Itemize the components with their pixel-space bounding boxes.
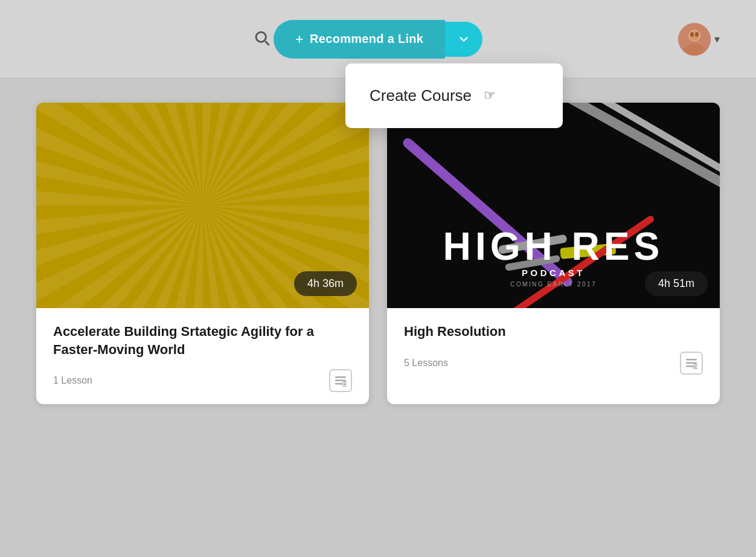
recommend-link-label: Recommend a Link — [310, 32, 423, 46]
user-avatar-button[interactable]: ▾ — [678, 23, 720, 56]
duration-text-accelerate: 4h 36m — [307, 277, 344, 289]
duration-badge-highres: 4h 51m — [645, 271, 708, 296]
svg-point-6 — [690, 32, 694, 37]
add-list-icon — [335, 375, 347, 387]
svg-point-7 — [695, 32, 699, 37]
recommend-link-button[interactable]: + Recommend a Link — [274, 20, 446, 59]
recommend-btn-group: + Recommend a Link Create Course ☞ — [274, 20, 483, 59]
add-to-list-button-accelerate[interactable] — [329, 369, 352, 392]
duration-text-highres: 4h 51m — [658, 277, 694, 289]
create-course-item[interactable]: Create Course ☞ — [345, 69, 563, 122]
svg-rect-47 — [686, 362, 697, 364]
add-list-icon-2 — [685, 357, 697, 369]
search-button[interactable] — [254, 30, 271, 49]
course-grid: A L B 8 ACCELERATE 4h 36m Accelerate Bui… — [0, 79, 756, 428]
card-title-highres: High Resolution — [404, 323, 703, 341]
svg-text:PODCAST: PODCAST — [522, 268, 585, 278]
svg-rect-29 — [335, 376, 346, 378]
course-card-accelerate: A L B 8 ACCELERATE 4h 36m Accelerate Bui… — [36, 103, 369, 404]
svg-rect-48 — [686, 365, 693, 367]
card-info-accelerate: Accelerate Building Srtategic Agility fo… — [36, 308, 369, 404]
svg-rect-46 — [686, 359, 697, 361]
avatar — [678, 23, 711, 56]
svg-line-1 — [265, 41, 269, 45]
recommend-dropdown-toggle[interactable] — [445, 22, 482, 57]
svg-point-0 — [256, 32, 266, 42]
chevron-down-icon — [457, 33, 470, 46]
create-course-label: Create Course — [370, 86, 472, 105]
svg-text:COMING EARLY 2017: COMING EARLY 2017 — [510, 281, 597, 288]
search-icon — [254, 30, 271, 47]
course-thumbnail-accelerate: A L B 8 ACCELERATE 4h 36m — [36, 103, 369, 308]
plus-icon: + — [295, 31, 304, 48]
card-title-accelerate: Accelerate Building Srtategic Agility fo… — [53, 323, 352, 358]
card-footer-highres: 5 Lessons — [404, 352, 703, 375]
avatar-chevron-icon: ▾ — [714, 33, 720, 46]
course-thumbnail-highres: HIGH RES PODCAST COMING EARLY 2017 4h 51… — [387, 103, 720, 308]
svg-rect-31 — [335, 383, 342, 385]
course-card-highres: HIGH RES PODCAST COMING EARLY 2017 4h 51… — [387, 103, 720, 404]
dropdown-menu: Create Course ☞ — [345, 63, 563, 128]
avatar-image — [678, 23, 711, 56]
duration-badge-accelerate: 4h 36m — [294, 271, 357, 296]
header: + Recommend a Link Create Course ☞ — [0, 0, 756, 79]
card-info-highres: High Resolution 5 Lessons — [387, 308, 720, 387]
svg-rect-30 — [335, 380, 346, 382]
lesson-count-highres: 5 Lessons — [404, 358, 448, 369]
lesson-count-accelerate: 1 Lesson — [53, 375, 92, 386]
add-to-list-button-highres[interactable] — [680, 352, 703, 375]
svg-text:HIGH RES: HIGH RES — [443, 225, 664, 268]
cursor-hand-icon: ☞ — [484, 88, 496, 103]
card-footer-accelerate: 1 Lesson — [53, 369, 352, 392]
